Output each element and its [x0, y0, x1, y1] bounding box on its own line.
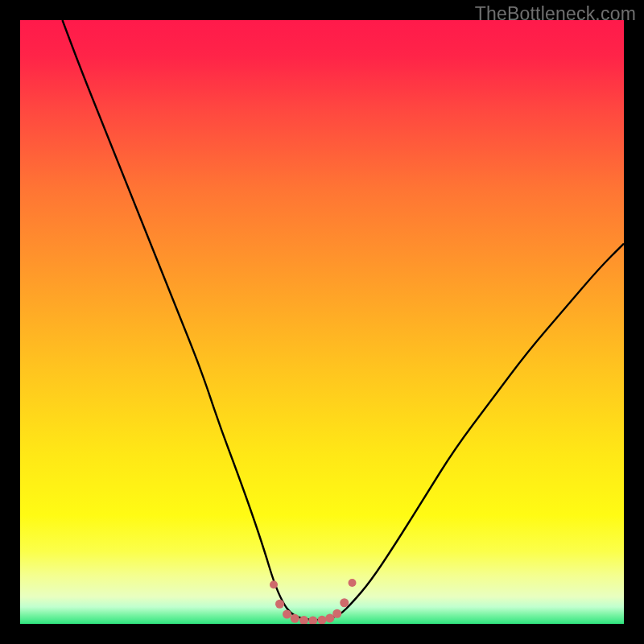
bottleneck-curve-path — [63, 20, 625, 620]
optimal-marker — [270, 580, 278, 588]
optimal-marker — [349, 579, 357, 587]
optimal-marker — [291, 614, 299, 623]
watermark-text: TheBottleneck.com — [475, 3, 636, 25]
optimal-marker — [318, 616, 327, 624]
outer-frame: TheBottleneck.com — [0, 0, 644, 644]
optimal-marker — [308, 616, 317, 624]
optimal-marker — [275, 600, 284, 609]
optimal-marker — [340, 598, 349, 607]
plot-area — [20, 20, 624, 624]
chart-curve — [20, 20, 624, 624]
optimal-marker — [332, 609, 341, 618]
optimal-zone-markers — [270, 579, 357, 624]
optimal-marker — [283, 610, 291, 619]
